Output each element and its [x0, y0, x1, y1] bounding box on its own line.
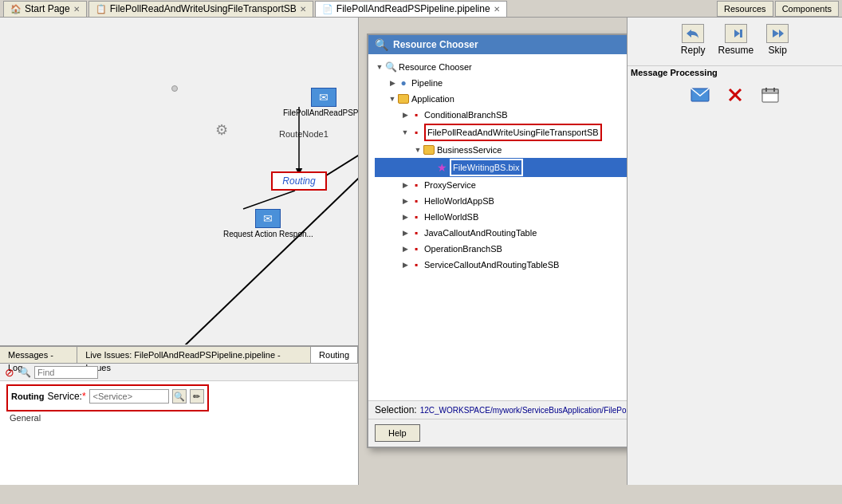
tab-pipeline-close[interactable]: ✕ [494, 5, 500, 14]
search-icon: 🔍 [19, 367, 31, 378]
main-area: ✉ FilePollAndReadPSP... RouteNode1 Routi… [0, 18, 842, 485]
skip-label: Skip [769, 45, 787, 56]
proxy-expander[interactable]: ▶ [400, 178, 410, 192]
operation-expander[interactable]: ▶ [400, 242, 410, 256]
service-input[interactable] [89, 389, 169, 404]
bottom-toolbar: ⊘ 🔍 [0, 364, 358, 381]
helloapp-icon: ▪ [410, 195, 423, 207]
tree-label-operation: OperationBranchSB [424, 242, 502, 256]
filewriting-icon: ★ [435, 162, 448, 173]
svg-rect-13 [762, 89, 778, 93]
servicecallout-icon: ▪ [410, 259, 423, 270]
app-expander[interactable]: ▼ [388, 92, 397, 106]
tab-file-sb-close[interactable]: ✕ [300, 5, 306, 14]
circle-indicator [171, 85, 178, 92]
app-folder-icon [397, 93, 410, 104]
middle-node: ✉ Request Action Respon... [223, 209, 313, 238]
top-envelope-icon: ✉ [311, 88, 336, 107]
pipeline-canvas: ✉ FilePollAndReadPSP... RouteNode1 Routi… [0, 18, 358, 345]
conditional-icon: ▪ [410, 109, 423, 120]
components-button[interactable]: Components [775, 1, 839, 17]
svg-rect-8 [740, 30, 742, 37]
hello-icon: ▪ [410, 211, 423, 222]
tree-label-filewriting: FileWritingBS.bix [450, 159, 523, 176]
help-button[interactable]: Help [375, 424, 420, 442]
pipeline-tab-icon: 📄 [322, 4, 333, 14]
tree-label-proxy: ProxyService [424, 178, 476, 192]
bottom-panels: Messages - Log Live Issues: FilePollAndR… [0, 345, 358, 485]
dialog-title: Resource Chooser [393, 39, 478, 50]
canvas-area: ✉ FilePollAndReadPSP... RouteNode1 Routi… [0, 18, 359, 485]
filepoll-expander[interactable]: ▼ [400, 125, 410, 140]
servicecallout-expander[interactable]: ▶ [400, 258, 410, 272]
right-panel: Reply Resume Skip Message Processing [627, 18, 842, 485]
message-processing-header: Message Processing [628, 65, 842, 79]
bottom-tab-routing[interactable]: Routing [311, 347, 358, 363]
service-label: Service:* [48, 391, 86, 402]
java-expander[interactable]: ▶ [400, 226, 410, 240]
filepoll-icon: ▪ [410, 127, 423, 138]
dialog-title-icon: 🔍 [375, 38, 388, 51]
proxy-icon: ▪ [410, 179, 423, 191]
skip-button[interactable] [766, 24, 789, 43]
tab-file-sb-label: FilePollReadAndWriteUsingFileTransportSB [110, 3, 297, 14]
bottom-tab-messages[interactable]: Messages - Log [0, 347, 77, 363]
reply-label: Reply [681, 45, 706, 56]
operation-icon: ▪ [410, 243, 423, 254]
middle-node-label: Request Action Respon... [223, 230, 313, 238]
right-area: 🔍 Resource Chooser ▼ 🔍 Resource Chooser … [359, 18, 842, 485]
routing-node[interactable]: Routing [271, 171, 327, 191]
cancel-button[interactable]: ⊘ [3, 366, 16, 379]
reply-button[interactable] [682, 24, 704, 43]
start-page-icon: 🏠 [10, 4, 22, 14]
resume-action: Resume [718, 24, 754, 56]
tab-start-page-label: Start Page [25, 3, 70, 14]
tab-pipeline[interactable]: 📄 FilePollAndReadPSPipeline.pipeline ✕ [315, 1, 507, 17]
root-search-icon: 🔍 [384, 61, 397, 73]
tree-label-conditional: ConditionalBranchSB [424, 108, 508, 122]
pipeline-expander[interactable]: ▶ [388, 76, 397, 90]
tab-start-page-close[interactable]: ✕ [73, 5, 80, 14]
file-sb-icon: 📋 [96, 4, 107, 14]
routing-highlight-box: Routing Service:* 🔍 ✏ [6, 384, 209, 411]
conditional-expander[interactable]: ▶ [400, 108, 410, 122]
bottom-content: Routing Service:* 🔍 ✏ General [0, 381, 358, 485]
tab-start-page[interactable]: 🏠 Start Page ✕ [3, 1, 87, 17]
tree-label-servicecallout: ServiceCalloutAndRoutingTableSB [424, 258, 559, 272]
route-node-label: RouteNode1 [279, 129, 329, 139]
find-input[interactable] [34, 366, 98, 379]
resources-button[interactable]: Resources [717, 1, 773, 17]
hello-expander[interactable]: ▶ [400, 210, 410, 224]
mp-delete-button[interactable] [724, 85, 746, 104]
svg-line-1 [243, 191, 295, 209]
tree-label-helloapp: HelloWorldAppSB [424, 194, 494, 208]
resume-label: Resume [718, 45, 754, 56]
helloapp-expander[interactable]: ▶ [400, 194, 410, 208]
tab-file-sb[interactable]: 📋 FilePollReadAndWriteUsingFileTransport… [89, 1, 313, 17]
tab-bar: 🏠 Start Page ✕ 📋 FilePollReadAndWriteUsi… [0, 0, 842, 18]
mp-icons-row [628, 79, 842, 111]
action-icons-row: Reply Resume Skip [628, 18, 842, 62]
required-marker: * [82, 391, 86, 402]
business-expander[interactable]: ▼ [413, 143, 423, 157]
service-browse-button[interactable]: 🔍 [172, 389, 187, 404]
service-edit-button[interactable]: ✏ [190, 389, 204, 404]
selection-label: Selection: [375, 404, 417, 415]
mp-envelope-button[interactable] [689, 85, 711, 104]
routing-node-label: Routing [282, 175, 315, 187]
mp-calendar-button[interactable] [759, 85, 781, 104]
left-icon-1: ⚙ [215, 121, 228, 139]
tree-label-pipeline: Pipeline [411, 76, 443, 90]
resume-button[interactable] [725, 24, 747, 43]
root-expander[interactable]: ▼ [375, 60, 384, 74]
routing-service-row: Service:* 🔍 ✏ [48, 389, 204, 404]
bottom-tab-live-issues[interactable]: Live Issues: FilePollAndReadPSPipeline.p… [77, 347, 311, 363]
tree-label-application: Application [411, 92, 454, 106]
reply-action: Reply [681, 24, 706, 56]
tree-label-root: Resource Chooser [399, 60, 472, 74]
pipeline-top-node: ✉ FilePollAndReadPSP... [283, 88, 359, 117]
business-folder-icon [423, 144, 435, 156]
tab-pipeline-label: FilePollAndReadPSPipeline.pipeline [336, 3, 490, 14]
routing-panel: Routing Service:* 🔍 ✏ General [0, 381, 215, 485]
pipeline-icon: ● [397, 77, 410, 89]
